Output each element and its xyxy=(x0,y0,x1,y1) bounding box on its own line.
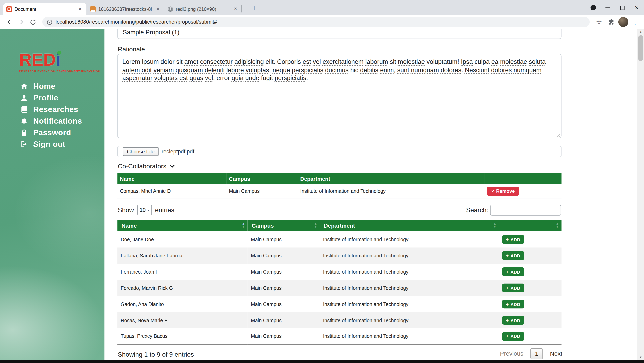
redi-logo: REDi RESEARCH EXTENSION DEVELOPMENT INNO… xyxy=(19,51,100,72)
book-icon xyxy=(20,106,28,114)
add-label: ADD xyxy=(510,318,520,323)
column-header-actions-sortable[interactable]: ▲▼ xyxy=(499,220,562,232)
plus-icon: + xyxy=(506,334,509,338)
lock-icon xyxy=(20,129,28,136)
bookmark-star-icon[interactable]: ☆ xyxy=(594,17,604,27)
tab-title: redi2.png (210×90) xyxy=(176,6,230,12)
researcher-department: Institute of Information and Technology xyxy=(320,264,499,280)
tab-close-icon[interactable]: × xyxy=(76,6,83,12)
add-label: ADD xyxy=(510,237,520,242)
selected-collaborator-row: Compas, Mhel Annie D Main Campus Institu… xyxy=(118,184,562,198)
sort-both-icon: ▲▼ xyxy=(556,223,559,228)
co-collaborators-toggle[interactable]: Co-Collaborators xyxy=(118,162,175,170)
main-content: Sample Proposal (1) Rationale Lorem ipsu… xyxy=(104,29,638,363)
tab-title: Document xyxy=(14,6,74,12)
column-header-campus-sortable[interactable]: Campus ▲▼ xyxy=(248,220,320,232)
scrollbar-thumb[interactable] xyxy=(638,35,643,61)
sidebar-item-label: Home xyxy=(33,82,56,91)
researcher-campus: Main Campus xyxy=(248,328,320,344)
researcher-name: Rosas, Nova Marie F xyxy=(118,312,248,328)
add-button[interactable]: +ADD xyxy=(502,284,524,292)
table-row: Ferranco, Joan F Main Campus Institute o… xyxy=(118,264,562,280)
back-button[interactable] xyxy=(4,17,14,27)
datatable-header-row: Name ▲▼ Campus ▲▼ Department ▲▼ ▲▼ xyxy=(118,220,562,232)
sidebar-item-password[interactable]: Password xyxy=(0,127,104,138)
table-search-control: Search: xyxy=(466,205,561,216)
globe-favicon-icon xyxy=(168,6,173,12)
sidebar-item-home[interactable]: Home xyxy=(0,80,104,92)
proposal-title-input[interactable]: Sample Proposal (1) xyxy=(118,29,562,39)
tab-document[interactable]: Document × xyxy=(4,3,86,16)
maximize-button[interactable] xyxy=(615,0,630,16)
search-input[interactable] xyxy=(490,205,561,216)
scroll-up-icon[interactable]: ▲ xyxy=(638,29,644,35)
researcher-name: Ferranco, Joan F xyxy=(118,264,248,280)
add-button[interactable]: +ADD xyxy=(502,316,524,324)
researcher-department: Institute of Information and Technology xyxy=(320,312,499,328)
table-row: Fallaria, Sarah Jane Fabroa Main Campus … xyxy=(118,248,562,264)
user-icon xyxy=(20,94,28,102)
previous-page-button[interactable]: Previous xyxy=(500,350,523,357)
sidebar-item-notifications[interactable]: Notifications xyxy=(0,115,104,127)
close-button[interactable]: × xyxy=(630,0,644,16)
tab-title: 1616236387freestocks-8hAsLeE6 xyxy=(98,6,152,12)
bell-icon xyxy=(20,117,28,125)
tab-image-file[interactable]: 1616236387freestocks-8hAsLeE6 × xyxy=(87,3,164,16)
rationale-textarea[interactable]: Lorem ipsum dolor sit amet consectetur a… xyxy=(118,54,562,138)
resize-grip-icon[interactable] xyxy=(556,132,560,137)
reload-button[interactable] xyxy=(28,17,38,27)
minimize-button[interactable] xyxy=(600,0,615,16)
add-label: ADD xyxy=(510,302,520,306)
tab-close-icon[interactable]: × xyxy=(232,6,239,12)
column-header-campus: Campus xyxy=(226,173,298,184)
add-button[interactable]: +ADD xyxy=(502,235,524,244)
profile-avatar[interactable] xyxy=(618,17,628,27)
address-bar[interactable]: localhost:8080/researchmonitoring/public… xyxy=(42,16,590,28)
column-header-name: Name xyxy=(118,173,226,184)
collaborator-campus: Main Campus xyxy=(226,184,298,198)
window-controls: × xyxy=(586,0,644,16)
new-tab-button[interactable]: + xyxy=(249,2,260,13)
next-page-button[interactable]: Next xyxy=(550,350,562,357)
current-page-button[interactable]: 1 xyxy=(530,348,543,359)
add-button[interactable]: +ADD xyxy=(502,332,524,341)
vertical-scrollbar[interactable]: ▲ ▼ xyxy=(638,29,644,360)
site-info-icon[interactable] xyxy=(47,19,52,24)
choose-file-button[interactable]: Choose File xyxy=(123,147,159,156)
column-header-department-sortable[interactable]: Department ▲▼ xyxy=(320,220,499,232)
url-text[interactable]: localhost:8080/researchmonitoring/public… xyxy=(56,19,217,25)
researcher-campus: Main Campus xyxy=(248,232,320,248)
tab-close-icon[interactable]: × xyxy=(155,6,161,12)
researcher-campus: Main Campus xyxy=(248,264,320,280)
search-label: Search: xyxy=(466,206,488,214)
logo-red-text: RED xyxy=(19,50,56,69)
column-header-department: Department xyxy=(298,173,484,184)
extensions-puzzle-icon[interactable] xyxy=(606,17,616,27)
sidebar-item-profile[interactable]: Profile xyxy=(0,92,104,104)
home-icon xyxy=(20,82,28,90)
scroll-down-icon[interactable]: ▼ xyxy=(638,354,644,360)
sidebar-item-label: Notifications xyxy=(33,116,82,126)
sidebar: REDi RESEARCH EXTENSION DEVELOPMENT INNO… xyxy=(0,29,104,363)
select-caret-icon: ▼ xyxy=(147,209,150,211)
add-button[interactable]: +ADD xyxy=(502,300,524,308)
researcher-department: Institute of Information and Technology xyxy=(320,248,499,264)
file-input[interactable]: Choose File recieptpdf.pdf xyxy=(118,146,562,157)
sidebar-item-researches[interactable]: Researches xyxy=(0,104,104,115)
sidebar-item-sign-out[interactable]: Sign out xyxy=(0,138,104,150)
remove-button[interactable]: × Remove xyxy=(487,187,519,196)
column-header-name-sortable[interactable]: Name ▲▼ xyxy=(118,220,248,232)
add-button[interactable]: +ADD xyxy=(502,268,524,276)
forward-button[interactable] xyxy=(16,17,26,27)
browser-menu-icon[interactable]: ⋮ xyxy=(630,17,640,27)
tab-redi-png[interactable]: redi2.png (210×90) × xyxy=(165,3,242,16)
column-header-actions xyxy=(484,173,562,184)
media-controls-icon[interactable] xyxy=(586,0,600,16)
researcher-campus: Main Campus xyxy=(248,248,320,264)
page-length-select[interactable]: 10 ▼ xyxy=(137,205,152,215)
sidebar-menu: Home Profile Researches Notifications Pa… xyxy=(0,80,104,150)
rationale-label: Rationale xyxy=(118,46,145,53)
show-label: Show xyxy=(118,206,134,214)
add-button[interactable]: +ADD xyxy=(502,251,524,260)
add-label: ADD xyxy=(510,286,520,290)
